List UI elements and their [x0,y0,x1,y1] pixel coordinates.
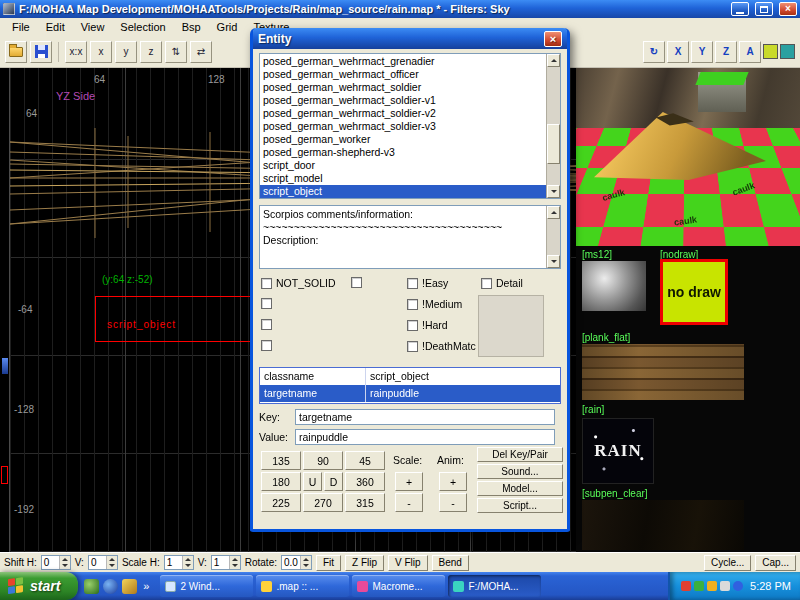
window-titlebar[interactable]: F:/MOHAA Map Development/MOHAATools/Proj… [0,0,800,18]
angle-135-button[interactable]: 135 [261,451,301,470]
menu-edit[interactable]: Edit [38,19,73,35]
anim-minus-button[interactable]: - [439,493,467,512]
view-z-button[interactable]: Z [715,41,737,63]
anim-plus-button[interactable]: + [439,472,467,491]
minimize-button[interactable] [731,2,749,16]
menu-bsp[interactable]: Bsp [174,19,209,35]
model-button[interactable]: Model... [477,481,563,496]
flag-easy[interactable]: !Easy [407,277,448,289]
anchor-button[interactable]: A [739,41,761,63]
axis-x-button[interactable]: x [90,41,112,63]
scale-v-spinner[interactable]: 1 [211,555,241,570]
taskbar-task-map[interactable]: .map :: ... [256,575,349,597]
kv-row-classname[interactable]: classname script_object [260,368,560,385]
entity-class-list[interactable]: posed_german_wehrmact_grenadier posed_ge… [259,53,561,199]
spin-down-button[interactable] [60,563,70,570]
angle-315-button[interactable]: 315 [345,493,385,512]
color-swatch-button[interactable] [780,44,795,59]
kv-row-targetname[interactable]: targetname rainpuddle [260,385,560,402]
v-flip-button[interactable]: V Flip [388,555,428,571]
scale-h-spinner[interactable]: 1 [164,555,194,570]
angle-360-button[interactable]: 360 [345,472,385,491]
angle-90-button[interactable]: 90 [303,451,343,470]
shift-h-spinner[interactable]: 0 [41,555,71,570]
list-item[interactable]: script_door [260,159,546,172]
list-item-selected[interactable]: script_object [260,185,546,198]
flag-hard[interactable]: !Hard [407,319,448,331]
angle-45-button[interactable]: 45 [345,451,385,470]
list-item[interactable]: script_model [260,172,546,185]
texture-swatch-button[interactable] [763,44,778,59]
tray-icon-2[interactable] [694,581,704,591]
list-item[interactable]: posed_german_wehrmact_soldier-v3 [260,120,546,133]
axis-z-button[interactable]: z [140,41,162,63]
spin-down-button[interactable] [301,563,311,570]
quicklaunch-icon-3[interactable] [122,579,137,594]
tray-icon-1[interactable] [681,581,691,591]
flag-unlabeled-2[interactable] [261,298,272,309]
texture-thumb-subpen-clear[interactable] [582,500,744,550]
taskbar-task-macromedia[interactable]: Macrome... [352,575,445,597]
cap-button[interactable]: Cap... [755,555,796,571]
scroll-down-button[interactable] [547,255,560,268]
entity-comments-box[interactable]: Scorpios comments/information: ~~~~~~~~~… [259,205,561,269]
texture-thumb-rain[interactable]: RAIN [582,418,654,484]
texture-thumb-ms12[interactable] [582,261,646,311]
tray-icon-3[interactable] [707,581,717,591]
script-button[interactable]: Script... [477,498,563,513]
taskbar-task-mohaa[interactable]: F:/MOHA... [448,575,541,597]
comments-scrollbar[interactable] [546,206,560,268]
start-button[interactable]: start [0,572,78,600]
rotate-spinner[interactable]: 0.0 [281,555,312,570]
open-button[interactable] [5,41,27,63]
entity-list-scrollbar[interactable] [546,54,560,198]
angle-up-button[interactable]: U [303,472,322,491]
cycle-button[interactable]: Cycle... [704,555,751,571]
axis-y-button[interactable]: y [115,41,137,63]
list-item[interactable]: posed_german_wehrmact_officer [260,68,546,81]
flag-not-solid[interactable]: NOT_SOLID [261,277,336,289]
refresh-button[interactable]: ↻ [643,41,665,63]
value-input[interactable] [295,429,555,445]
menu-view[interactable]: View [73,19,113,35]
menu-selection[interactable]: Selection [112,19,173,35]
spin-down-button[interactable] [183,563,193,570]
swap-button[interactable]: ⇄ [190,41,212,63]
key-input[interactable] [295,409,555,425]
spin-down-button[interactable] [107,563,117,570]
flag-unlabeled-1[interactable] [351,277,362,288]
spin-down-button[interactable] [230,563,240,570]
flag-medium[interactable]: !Medium [407,298,462,310]
flag-unlabeled-3[interactable] [261,319,272,330]
view-y-button[interactable]: Y [691,41,713,63]
chevron-icon[interactable]: » [141,580,151,592]
entity-dialog-close-button[interactable]: × [544,31,562,47]
tray-icon-4[interactable] [720,581,730,591]
menu-grid[interactable]: Grid [209,19,246,35]
scroll-up-button[interactable] [547,54,560,67]
fit-button[interactable]: Fit [316,555,341,571]
angle-225-button[interactable]: 225 [261,493,301,512]
list-item[interactable]: posed_german_wehrmact_soldier [260,81,546,94]
del-keypair-button[interactable]: Del Key/Pair [477,447,563,462]
entity-dialog-titlebar[interactable]: Entity × [253,28,567,49]
menu-file[interactable]: File [4,19,38,35]
list-item[interactable]: posed_german_worker [260,133,546,146]
camera-3d-view[interactable]: caulk caulk caulk [576,68,800,246]
list-item[interactable]: posed_german_wehrmact_soldier-v2 [260,107,546,120]
flag-deathmatch[interactable]: !DeathMatc [407,340,476,352]
bend-button[interactable]: Bend [432,555,469,571]
flag-unlabeled-4[interactable] [261,340,272,351]
rotate-vertical-button[interactable]: ⇅ [165,41,187,63]
z-flip-button[interactable]: Z Flip [345,555,384,571]
texture-thumb-nodraw[interactable]: no draw [660,259,728,325]
scale-minus-button[interactable]: - [395,493,423,512]
quicklaunch-icon-1[interactable] [84,579,99,594]
save-button[interactable] [30,41,52,63]
maximize-button[interactable] [755,2,773,16]
scale-plus-button[interactable]: + [395,472,423,491]
scroll-down-button[interactable] [547,185,560,198]
shift-v-spinner[interactable]: 0 [88,555,118,570]
scroll-thumb[interactable] [547,124,560,164]
texture-thumb-plank-flat[interactable] [582,344,744,400]
